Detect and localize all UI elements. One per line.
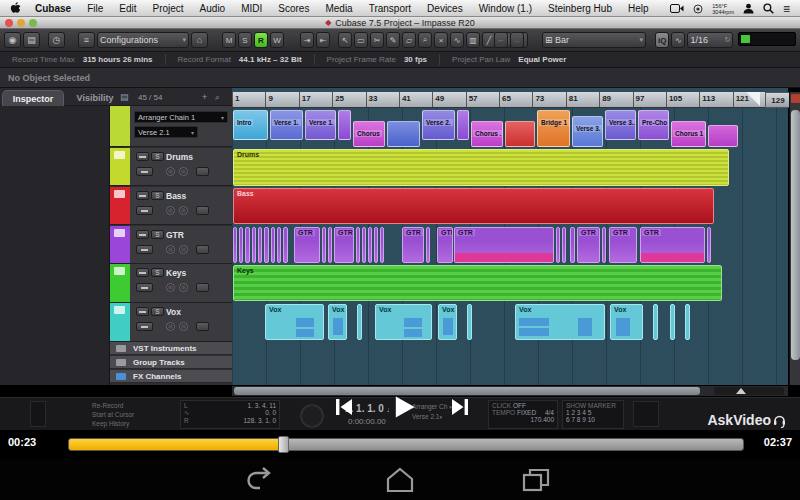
iq-snap-button[interactable]: iQ [655, 32, 669, 48]
gtr-clip-strip[interactable] [271, 227, 275, 263]
record-enable-button[interactable] [166, 283, 175, 292]
quantize-preset-dropdown[interactable]: 1/16↻ [687, 32, 733, 48]
gtr-audio-clip-long[interactable]: GTR [640, 227, 705, 263]
gtr-clip-strip[interactable] [380, 227, 384, 263]
record-enable-button[interactable] [166, 322, 175, 331]
mute-track-button[interactable] [136, 152, 149, 161]
folder-track-vst-instruments[interactable]: VST Instruments [110, 342, 232, 355]
add-track-button[interactable]: + [202, 92, 207, 102]
apple-menu-icon[interactable] [0, 2, 27, 15]
monitor-button[interactable] [179, 245, 188, 254]
gtr-clip-strip[interactable] [277, 227, 281, 263]
back-button[interactable] [244, 467, 274, 493]
menu-item-steinberg-hub[interactable]: Steinberg Hub [540, 3, 620, 14]
vertical-scrollbar[interactable] [789, 92, 800, 385]
monitor-button[interactable] [179, 206, 188, 215]
gtr-clip-strip[interactable] [258, 227, 262, 263]
track-row-vox[interactable]: S Vox [110, 303, 232, 342]
lock-track-button[interactable] [196, 206, 209, 215]
menu-item-transport[interactable]: Transport [361, 3, 419, 14]
constrain-delay-button[interactable]: ◷ [48, 32, 65, 48]
recents-button[interactable] [521, 467, 551, 493]
record-enable-button[interactable] [166, 167, 175, 176]
mute-track-button[interactable] [136, 307, 149, 316]
bass-audio-clip[interactable]: Bass [233, 188, 714, 224]
gtr-clip-strip[interactable] [556, 227, 560, 263]
vox-audio-clip[interactable]: Vox [438, 304, 457, 340]
gtr-clip-strip[interactable] [562, 227, 566, 263]
vox-clip-strip[interactable] [685, 304, 690, 340]
arranger-section[interactable] [505, 121, 535, 147]
arranger-section[interactable] [457, 110, 469, 140]
zoom-window-button[interactable] [29, 19, 37, 27]
gtr-clip-strip[interactable] [362, 227, 366, 263]
monitor-button[interactable] [179, 283, 188, 292]
gtr-clip-strip[interactable] [264, 227, 269, 263]
menu-item-midi[interactable]: MIDI [233, 3, 270, 14]
arranger-section-verse1b[interactable]: Verse 1. [305, 110, 336, 140]
menu-item-scores[interactable]: Scores [270, 3, 317, 14]
find-track-icon[interactable]: ⌕ [215, 92, 220, 103]
menu-item-file[interactable]: File [79, 3, 111, 14]
punch-in-button[interactable]: ⇥ [300, 32, 314, 48]
vox-clip-strip[interactable] [653, 304, 658, 340]
gtr-audio-clip[interactable]: GTR [577, 227, 600, 263]
user-menu-icon[interactable] [743, 3, 754, 14]
arranger-section-verse3[interactable]: Verse 3. [572, 116, 603, 147]
mute-track-button[interactable] [136, 230, 149, 239]
arranger-section[interactable] [387, 121, 420, 147]
read-automation-track-button[interactable] [136, 206, 153, 215]
menu-item-help[interactable]: Help [620, 3, 657, 14]
auto-scroll-icon[interactable]: – [510, 32, 524, 48]
gtr-clip-strip[interactable] [245, 227, 250, 263]
monitor-button[interactable] [179, 322, 188, 331]
arranger-section-chorus1[interactable]: Chorus 1 [671, 121, 706, 147]
vox-audio-clip[interactable]: Vox [375, 304, 432, 340]
track-row-arranger[interactable]: Arranger Chain 1▾ Verse 2.1▾ [110, 106, 232, 147]
notification-list-icon[interactable]: ≡ [783, 2, 790, 16]
monitor-button[interactable] [179, 167, 188, 176]
marker-display[interactable]: SHOW MARKER 1 2 3 4 5 6 7 8 9 10 [562, 400, 624, 429]
arranger-section[interactable] [708, 125, 738, 147]
gtr-clip-strip[interactable] [283, 227, 288, 263]
read-automation-button[interactable]: R [254, 32, 268, 48]
mute-all-button[interactable]: M [222, 32, 236, 48]
read-automation-track-button[interactable] [136, 283, 153, 292]
vox-clip-strip[interactable] [467, 304, 472, 340]
swirl-menu-icon[interactable] [693, 4, 703, 14]
vox-audio-clip[interactable]: Vox [328, 304, 347, 340]
lock-track-button[interactable] [196, 322, 209, 331]
arranger-section-verse1[interactable]: Verse 1. [270, 110, 303, 140]
vertical-scroll-handle[interactable] [791, 110, 800, 360]
gtr-clip-strip[interactable] [368, 227, 372, 263]
zoom-slider[interactable] [714, 387, 784, 395]
lock-track-button[interactable] [196, 283, 209, 292]
vox-audio-clip[interactable]: Vox [610, 304, 643, 340]
zoom-tool[interactable]: ⌕ [418, 32, 432, 48]
mute-track-button[interactable] [136, 268, 149, 277]
solo-track-button[interactable]: S [151, 268, 164, 277]
window-layout-icon[interactable]: ≡ [78, 32, 95, 48]
video-previous-button[interactable] [332, 395, 356, 419]
gtr-clip-strip[interactable] [707, 227, 711, 263]
home-button[interactable] [385, 467, 415, 493]
glue-tool[interactable]: ✎ [386, 32, 400, 48]
gtr-clip-strip[interactable] [328, 227, 332, 263]
arranger-active-part-dropdown[interactable]: Verse 2.1▾ [134, 126, 198, 138]
gtr-clip-strip[interactable] [239, 227, 243, 263]
grid-type-dropdown[interactable]: ⊞ Bar▾ [542, 32, 646, 48]
gtr-clip-strip[interactable] [426, 227, 430, 263]
arranger-section[interactable] [338, 110, 351, 140]
zoom-slider-handle[interactable] [736, 388, 746, 394]
gtr-audio-clip-long[interactable]: GTR [454, 227, 554, 263]
locator-display[interactable]: L 1. 3. 4. 11 ∿ 0. 0 R 128. 3. 1. 0 [180, 400, 280, 429]
minimize-window-button[interactable] [17, 19, 25, 27]
solo-track-button[interactable]: S [151, 230, 164, 239]
screen-recording-icon[interactable] [670, 4, 684, 13]
gtr-audio-clip[interactable]: GTR [402, 227, 424, 263]
solo-all-button[interactable]: S [238, 32, 252, 48]
gtr-audio-clip[interactable]: GTR [294, 227, 320, 263]
arranger-section-verse3b[interactable]: Verse 3.. [605, 110, 636, 140]
track-row-drums[interactable]: S Drums [110, 148, 232, 186]
timeline-ruler[interactable]: 1 9 17 25 33 41 49 57 65 73 81 89 97 105… [232, 92, 766, 108]
